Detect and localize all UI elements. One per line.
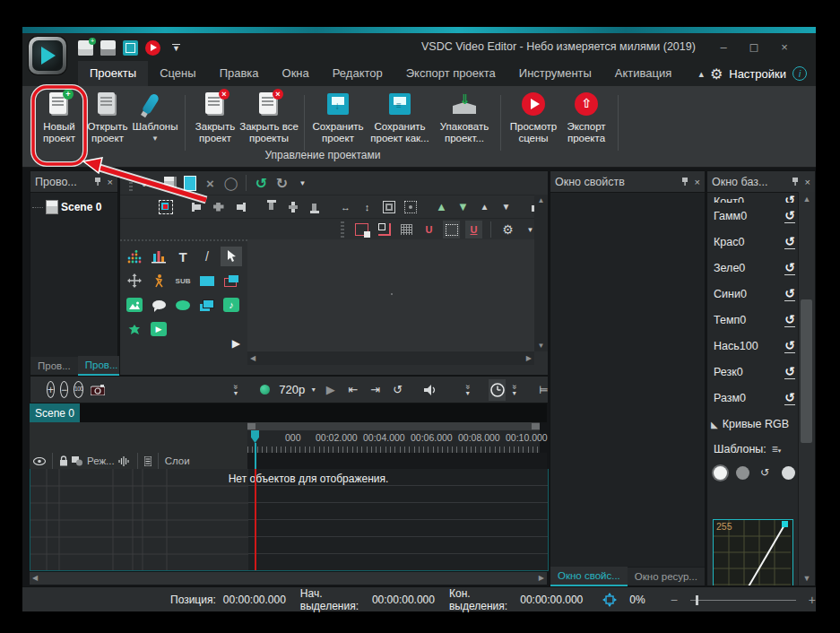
move-tool-icon[interactable] <box>124 271 145 290</box>
properties-tab[interactable]: Окно свойс... <box>550 567 628 586</box>
align-top-icon[interactable] <box>263 198 280 216</box>
scroll-down-icon[interactable]: ▼ <box>799 574 815 583</box>
blend-shapes-icon[interactable] <box>72 456 83 466</box>
lock-icon[interactable] <box>59 455 68 466</box>
explorer-panel-titlebar[interactable]: Прово... × <box>30 171 117 193</box>
reset-icon[interactable]: ↺ <box>784 209 795 223</box>
redo-icon[interactable]: ↻ <box>273 174 290 192</box>
go-to-start-icon[interactable]: ⇤ <box>344 381 361 399</box>
snapshot-camera-icon[interactable] <box>89 381 106 399</box>
explorer-tab-1[interactable]: Пров... <box>30 357 78 375</box>
loop-playback-icon[interactable]: ↺ <box>389 381 406 399</box>
tab-tools[interactable]: Инструменты <box>507 61 603 86</box>
chart-tool-icon[interactable] <box>148 247 169 266</box>
mode-column-label[interactable]: Реж... <box>87 455 115 466</box>
audio-visualizer-tool-icon[interactable] <box>124 247 145 266</box>
snap-objects-icon[interactable] <box>353 221 370 238</box>
cut-icon[interactable]: ✂ <box>140 174 157 192</box>
align-center-icon[interactable] <box>210 198 227 216</box>
close-panel-icon[interactable]: × <box>805 177 810 187</box>
basic-effects-titlebar[interactable]: Окно баз... × <box>707 171 815 193</box>
pin-icon[interactable] <box>93 177 102 186</box>
templates-list-icon[interactable]: ≡▾ <box>772 443 782 455</box>
scroll-down-icon[interactable]: ▼ <box>534 342 548 350</box>
slider-row-green[interactable]: Зеле0 ↺ <box>707 255 799 281</box>
save-project-as-button[interactable]: ≡ Сохранить проект как... <box>366 91 434 156</box>
curve-reset-icon[interactable]: ↺ <box>760 466 769 479</box>
app-logo[interactable] <box>29 37 66 74</box>
scroll-up-icon[interactable]: ▲ <box>534 196 548 204</box>
curve-editor[interactable]: 255 <box>713 519 793 586</box>
edit-toolbar-dropdown-icon[interactable]: ▼ <box>294 174 311 192</box>
zoom-slider-minus-icon[interactable]: − <box>671 593 678 607</box>
track-list-icon[interactable] <box>144 456 152 466</box>
align-right-icon[interactable] <box>231 198 248 216</box>
quick-open-project-icon[interactable] <box>100 40 116 56</box>
fit-height-icon[interactable]: ↕ <box>359 198 376 216</box>
pack-project-button[interactable]: ⇓ Упаковать проект... <box>434 91 495 156</box>
slider-row-clipped[interactable]: Конт 0 ↺ <box>707 192 799 203</box>
slider-row-red[interactable]: Крас0 ↺ <box>707 229 799 255</box>
resize-object-icon[interactable] <box>380 198 397 216</box>
scene-tree-item[interactable]: Scene 0 <box>30 193 117 214</box>
animation-tool-icon[interactable] <box>148 271 169 290</box>
rgb-curves-header[interactable]: ◢ Кривые RGB <box>707 411 799 438</box>
send-back-icon[interactable]: ▼ <box>498 198 515 216</box>
zoom-100-icon[interactable]: 100 <box>74 381 83 398</box>
align-bottom-icon[interactable] <box>306 198 323 216</box>
toolbar-overflow-icon[interactable]: »▼ <box>464 384 471 396</box>
tooltip-tool-icon[interactable] <box>148 295 169 315</box>
explorer-tab-2[interactable]: Пров... <box>78 356 126 376</box>
reset-icon[interactable]: ↺ <box>784 365 795 379</box>
scroll-up-icon[interactable]: ▲ <box>799 195 815 204</box>
undo-icon[interactable]: ↺ <box>253 174 270 192</box>
quick-new-project-icon[interactable]: + <box>78 40 93 56</box>
move-up-icon[interactable]: ▲ <box>433 198 450 216</box>
align-left-icon[interactable] <box>188 198 205 216</box>
layers-column-label[interactable]: Слои <box>165 455 190 466</box>
move-down-icon[interactable]: ▼ <box>455 198 472 216</box>
info-icon[interactable]: i <box>792 66 807 81</box>
selection-frame-icon[interactable] <box>443 221 460 238</box>
select-none-icon[interactable]: ◯ <box>222 174 239 192</box>
new-project-button[interactable]: + Новый проект <box>34 91 84 156</box>
tab-edit[interactable]: Правка <box>208 61 271 86</box>
scroll-left-icon[interactable]: ◀ <box>32 574 38 582</box>
reset-icon[interactable]: ↺ <box>784 194 795 203</box>
quick-save-icon[interactable] <box>123 40 138 56</box>
u-underline-icon[interactable]: U <box>465 221 482 238</box>
rectangle-tool-icon[interactable] <box>196 271 218 290</box>
zoom-in-icon[interactable]: + <box>47 381 55 398</box>
zoom-slider-plus-icon[interactable]: + <box>809 593 816 607</box>
scroll-thumb[interactable] <box>801 299 812 443</box>
visibility-eye-icon[interactable] <box>33 457 46 465</box>
reset-icon[interactable]: ↺ <box>784 339 795 353</box>
titlebar[interactable]: + ▼ VSDC Video Editor - Небо измеряется … <box>22 33 816 61</box>
tab-editor[interactable]: Редактор <box>321 61 394 86</box>
editor-settings-gear-icon[interactable]: ⚙ <box>499 221 516 238</box>
settings-label[interactable]: Настройки <box>729 67 786 81</box>
scroll-left-icon[interactable]: ◀ <box>250 354 255 362</box>
templates-button[interactable]: Шаблоны ▼ <box>131 91 179 156</box>
subtitles-tool-icon[interactable]: SUB <box>172 271 194 290</box>
slider-row-blue[interactable]: Сини0 ↺ <box>707 281 799 307</box>
open-project-button[interactable]: Открыть проект <box>84 91 131 156</box>
tab-scenes[interactable]: Сцены <box>148 61 207 86</box>
preview-scene-button[interactable]: Просмотр сцены <box>507 91 560 156</box>
scroll-right-icon[interactable]: ▶ <box>526 354 532 362</box>
image-tool-icon[interactable] <box>124 295 145 315</box>
cursor-tool-icon[interactable] <box>221 247 242 266</box>
scene-tab[interactable]: Scene 0 <box>30 403 80 422</box>
timeline-grid[interactable]: Нет объектов для отображения. <box>30 469 549 571</box>
fit-to-screen-icon[interactable] <box>602 593 617 607</box>
resize-canvas-icon[interactable] <box>402 198 419 216</box>
reset-icon[interactable]: ↺ <box>784 391 795 405</box>
quick-access-customize-icon[interactable]: ▼ <box>168 39 185 56</box>
templates-dropdown-icon[interactable]: ▼ <box>152 134 159 143</box>
timeline-mini-scrollbar[interactable] <box>247 422 540 430</box>
play-preview-icon[interactable]: ▶ <box>322 381 339 399</box>
reset-icon[interactable]: ↺ <box>784 235 795 249</box>
music-tool-icon[interactable]: ♪ <box>221 295 242 315</box>
clone-tool-icon[interactable] <box>196 295 218 315</box>
pin-icon[interactable] <box>680 177 689 186</box>
